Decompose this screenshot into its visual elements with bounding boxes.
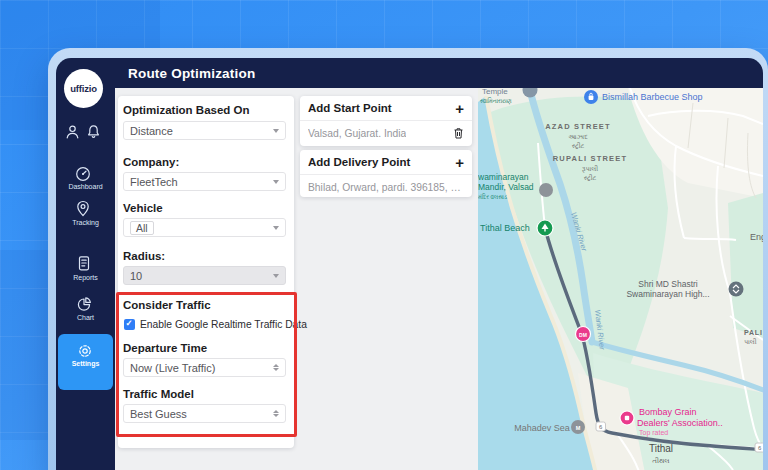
add-start-point-button[interactable]: + — [455, 101, 464, 116]
tithal-town-label-gu: તીથલ — [652, 457, 670, 464]
delivery-point-value: Bhilad, Orward, pardi. 396185, Va... — [308, 182, 464, 193]
azad-street-label-gu: સ્ટ્રીટ — [572, 142, 585, 149]
delivery-point-title: Add Delivery Point — [308, 156, 410, 168]
sidebar-label-settings[interactable]: Settings — [56, 360, 115, 367]
rupali-street-label-gu: સ્ટ્રીટ — [584, 174, 597, 181]
sidebar-label-tracking[interactable]: Tracking — [56, 219, 115, 226]
bismillah-label[interactable]: Bismillah Barbecue Shop — [602, 92, 703, 102]
sidebar-label-reports[interactable]: Reports — [56, 274, 115, 281]
optimization-select[interactable]: Distance — [123, 121, 286, 140]
shri-shastri-label: Shri MD Shastri — [638, 279, 698, 289]
traffic-model-select[interactable]: Best Guess — [123, 404, 286, 423]
app-window: Route Optimization uffizio Dashboard — [48, 48, 768, 470]
company-select[interactable]: FleetTech — [123, 172, 286, 191]
chevron-down-icon — [273, 129, 279, 133]
optimization-label: Optimization Based On — [123, 104, 250, 116]
brand-logo-text: uffizio — [70, 83, 97, 94]
departure-time-select[interactable]: Now (Live Traffic) — [123, 358, 286, 377]
dm-marker[interactable]: DM — [576, 327, 591, 342]
route-shield: 6 — [755, 443, 763, 452]
azad-street-label: AZAD STREET — [545, 122, 611, 131]
temple-label: Temple — [482, 88, 508, 96]
start-point-card: Add Start Point + Valsad, Gujarat. India — [300, 96, 472, 146]
chevron-down-icon — [273, 274, 279, 278]
rupali-street-label: RUPALI STREET — [553, 154, 628, 163]
tithal-beach-marker[interactable] — [537, 220, 553, 236]
route-shield: 6 — [596, 422, 606, 431]
bombay-grain-label: Bombay Grain — [639, 407, 697, 417]
dashboard-icon — [74, 165, 92, 183]
traffic-model-label: Traffic Model — [123, 388, 194, 400]
tracking-pin-icon — [75, 200, 91, 218]
departure-time-value: Now (Live Traffic) — [130, 362, 215, 374]
trash-icon[interactable] — [453, 127, 464, 139]
traffic-checkbox-label: Enable Google Realtime Traffic Data — [140, 319, 307, 330]
reports-icon — [76, 255, 92, 272]
temple-label-gu: સ્વામિનારાયણ — [480, 97, 512, 105]
chevron-down-icon — [273, 226, 279, 230]
bismillah-marker[interactable] — [584, 90, 598, 104]
sidebar-item-reports[interactable] — [76, 255, 92, 276]
radius-label: Radius: — [123, 250, 165, 262]
pali-label-gu: પાલી — [744, 338, 757, 345]
shri-shastri-label2: Swaminarayan High... — [626, 289, 709, 299]
page-title: Route Optimization — [128, 66, 255, 81]
chevron-down-icon — [273, 180, 279, 184]
sidebar-label-chart[interactable]: Chart — [56, 314, 115, 321]
azad-street-label-gu: આઝાદ — [568, 133, 588, 140]
start-point-title: Add Start Point — [308, 102, 392, 114]
swaminarayan-label-gu: મંદિર વલસાડ — [478, 193, 507, 200]
map[interactable]: Temple સ્વામિનારાયણ Bismillah Barbecue S… — [478, 88, 763, 470]
start-point-value: Valsad, Gujarat. India — [308, 128, 406, 139]
app-window-inner: Route Optimization uffizio Dashboard — [56, 58, 763, 470]
radius-value: 10 — [130, 270, 142, 282]
shri-shastri-marker[interactable] — [729, 282, 744, 297]
gear-icon — [77, 343, 93, 359]
user-icon[interactable] — [65, 124, 80, 140]
traffic-model-value: Best Guess — [130, 408, 187, 420]
settings-panel: Optimization Based On Distance Company: … — [115, 88, 478, 470]
vehicle-chip: All — [130, 221, 154, 235]
updown-icon — [273, 364, 279, 372]
mahadev-sea-marker[interactable]: M — [571, 420, 585, 434]
radius-select[interactable]: 10 — [123, 266, 286, 285]
company-value: FleetTech — [130, 176, 178, 188]
delivery-point-card: Add Delivery Point + Bhilad, Orward, par… — [300, 150, 472, 197]
sidebar-label-dashboard[interactable]: Dashboard — [56, 183, 115, 190]
vehicle-label: Vehicle — [123, 202, 163, 214]
pie-chart-icon — [76, 296, 93, 313]
consider-traffic-title: Consider Traffic — [123, 299, 211, 311]
dm-marker-label: DM — [579, 332, 587, 338]
tithal-town-label: Tithal — [649, 443, 673, 454]
bombay-grain-marker[interactable] — [620, 411, 634, 425]
screenshot-stage: Route Optimization uffizio Dashboard — [0, 0, 768, 470]
swaminarayan-label2: Mandir, Valsad — [478, 182, 534, 192]
swaminarayan-label: waminarayan — [478, 172, 529, 182]
traffic-checkbox[interactable] — [124, 319, 135, 330]
bell-icon[interactable] — [86, 124, 101, 140]
tithal-beach-label: Tithal Beach — [480, 223, 530, 233]
rupali-street-label-gu: રૂપાલી — [582, 165, 598, 173]
bombay-top-rated-label: Top rated — [639, 429, 668, 437]
optimization-value: Distance — [130, 125, 173, 137]
bombay-grain-label2: Dealers' Association.. — [637, 418, 723, 428]
brand-logo[interactable]: uffizio — [64, 69, 103, 108]
pali-label: PALI H — [744, 329, 763, 336]
swaminarayan-marker[interactable] — [539, 183, 553, 197]
company-label: Company: — [123, 156, 179, 168]
departure-time-label: Departure Time — [123, 342, 207, 354]
mahadev-sea-label: Mahadev Sea — [514, 423, 570, 433]
updown-icon — [273, 410, 279, 418]
engineering-label: Engin — [750, 232, 763, 242]
mahadev-marker-glyph: M — [576, 425, 581, 431]
add-delivery-point-button[interactable]: + — [455, 155, 464, 170]
vehicle-select[interactable]: All — [123, 218, 286, 237]
